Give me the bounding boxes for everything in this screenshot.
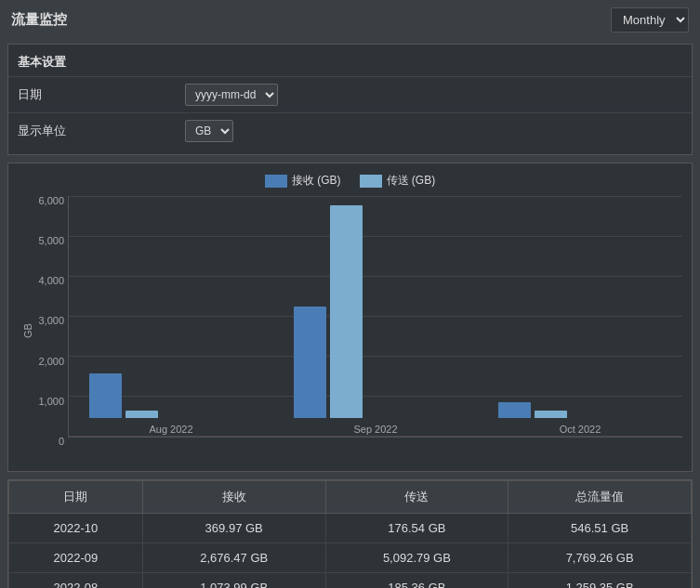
month-label-oct: Oct 2022: [560, 424, 601, 435]
bars-oct: [498, 402, 662, 418]
table-section: 日期 接收 传送 总流量值 2022-10 369.97 GB 176.54 G…: [7, 479, 693, 588]
col-total: 总流量值: [508, 481, 692, 514]
bar-sep-send: [330, 205, 363, 418]
table-row: 2022-10 369.97 GB 176.54 GB 546.51 GB: [9, 514, 692, 543]
chart-section: 接收 (GB) 传送 (GB) GB 6,000 5,000 4,000 3,0…: [7, 163, 693, 472]
traffic-table: 日期 接收 传送 总流量值 2022-10 369.97 GB 176.54 G…: [8, 480, 692, 588]
legend-receive-color: [265, 175, 287, 188]
cell-receive-oct: 369.97 GB: [142, 514, 325, 543]
cell-receive-aug: 1,073.99 GB: [142, 573, 325, 589]
y-tick-2000: 2,000: [38, 357, 64, 367]
bar-sep-receive: [294, 307, 326, 418]
legend-send: 传送 (GB): [360, 173, 436, 189]
bar-aug-send: [125, 411, 158, 418]
y-tick-5000: 5,000: [38, 236, 64, 246]
table-row: 2022-09 2,676.47 GB 5,092.79 GB 7,769.26…: [9, 543, 692, 573]
unit-select[interactable]: GB MB TB: [185, 120, 233, 142]
cell-receive-sep: 2,676.47 GB: [142, 543, 325, 573]
y-tick-0: 0: [59, 437, 64, 447]
cell-date-oct: 2022-10: [9, 514, 143, 543]
cell-send-aug: 185.36 GB: [325, 573, 508, 589]
y-tick-3000: 3,000: [38, 316, 64, 326]
table-row: 2022-08 1,073.99 GB 185.36 GB 1,259.35 G…: [9, 573, 692, 589]
cell-total-aug: 1,259.35 GB: [508, 573, 692, 589]
month-aug-2022: Aug 2022: [69, 196, 273, 418]
table-header-row: 日期 接收 传送 总流量值: [9, 481, 692, 514]
settings-section: 基本设置 日期 yyyy-mm-dd dd-mm-yyyy mm-dd-yyyy…: [7, 44, 693, 155]
month-label-sep: Sep 2022: [353, 424, 397, 435]
month-oct-2022: Oct 2022: [478, 196, 682, 418]
unit-label: 显示单位: [18, 123, 185, 139]
date-format-row: 日期 yyyy-mm-dd dd-mm-yyyy mm-dd-yyyy: [8, 76, 692, 112]
legend-send-label: 传送 (GB): [387, 173, 436, 189]
bar-oct-receive: [498, 402, 531, 418]
bars-aug: [89, 373, 253, 418]
bars-sep: [294, 205, 457, 418]
cell-date-aug: 2022-08: [9, 573, 143, 589]
unit-row: 显示单位 GB MB TB: [8, 112, 692, 149]
cell-send-sep: 5,092.79 GB: [325, 543, 508, 573]
month-label-aug: Aug 2022: [149, 424, 192, 435]
chart-area: GB 6,000 5,000 4,000 3,000 2,000 1,000 0: [18, 196, 682, 465]
bar-oct-send: [535, 411, 567, 418]
legend-receive: 接收 (GB): [265, 173, 341, 189]
y-tick-4000: 4,000: [38, 276, 64, 286]
y-axis-label: GB: [22, 323, 33, 338]
cell-total-sep: 7,769.26 GB: [508, 543, 692, 573]
cell-total-oct: 546.51 GB: [508, 514, 692, 543]
col-send: 传送: [325, 481, 508, 514]
col-receive: 接收: [142, 481, 325, 514]
col-date: 日期: [9, 481, 143, 514]
settings-title: 基本设置: [8, 50, 692, 76]
cell-date-sep: 2022-09: [9, 543, 143, 573]
table-body: 2022-10 369.97 GB 176.54 GB 546.51 GB 20…: [9, 514, 692, 589]
date-format-select[interactable]: yyyy-mm-dd dd-mm-yyyy mm-dd-yyyy: [185, 84, 278, 106]
bars-area: Aug 2022 Sep 2022 Oct 2022: [68, 196, 682, 438]
cell-send-oct: 176.54 GB: [325, 514, 508, 543]
period-select[interactable]: Monthly Daily Weekly: [611, 7, 689, 33]
y-tick-6000: 6,000: [38, 196, 64, 206]
month-sep-2022: Sep 2022: [273, 196, 478, 418]
legend-send-color: [360, 175, 382, 188]
page-title: 流量监控: [11, 11, 67, 29]
chart-legend: 接收 (GB) 传送 (GB): [18, 173, 682, 189]
y-tick-1000: 1,000: [38, 397, 64, 407]
bar-aug-receive: [89, 373, 122, 418]
legend-receive-label: 接收 (GB): [292, 173, 341, 189]
page-header: 流量监控 Monthly Daily Weekly: [0, 0, 700, 40]
date-format-label: 日期: [18, 86, 185, 103]
